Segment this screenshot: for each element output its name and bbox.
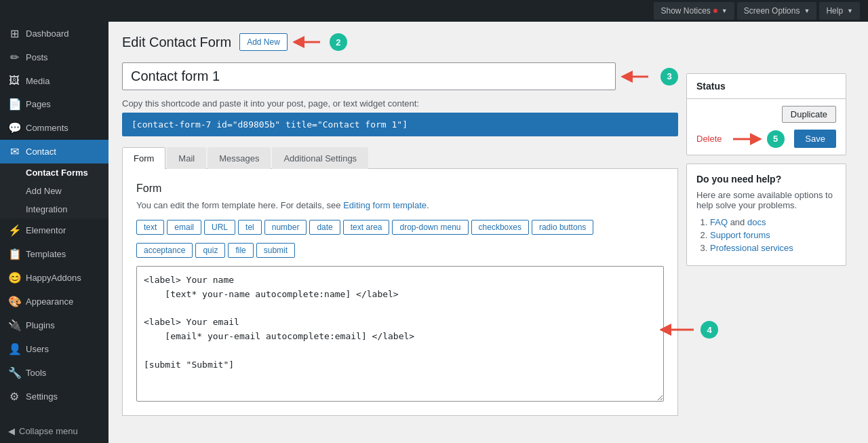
tag-btn-date[interactable]: date [309, 220, 340, 235]
tab-messages[interactable]: Messages [208, 147, 271, 169]
plugins-icon: 🔌 [8, 319, 20, 332]
sidebar-item-pages[interactable]: 📄 Pages [0, 92, 108, 116]
collapse-menu-button[interactable]: ◀ Collapse menu [0, 419, 108, 443]
sidebar-item-label: Tools [26, 368, 46, 378]
sidebar-item-elementor[interactable]: ⚡ Elementor [0, 218, 108, 242]
sidebar-item-users[interactable]: 👤 Users [0, 337, 108, 361]
tab-form-content: Form You can edit the form template here… [122, 169, 678, 416]
screen-options-label: Screen Options [744, 6, 800, 16]
top-bar: Show Notices ▼ Screen Options ▼ Help ▼ [0, 0, 868, 22]
sidebar-item-appearance[interactable]: 🎨 Appearance [0, 290, 108, 313]
settings-icon: ⚙ [8, 390, 20, 403]
tag-btn-checkboxes[interactable]: checkboxes [471, 220, 529, 235]
tag-btn-submit[interactable]: submit [256, 243, 295, 258]
sidebar-submenu-add-new[interactable]: Add New [0, 182, 108, 200]
tag-btn-quiz[interactable]: quiz [195, 243, 225, 258]
tag-btn-textarea[interactable]: text area [343, 220, 390, 235]
help-box-description: Here are some available options to help … [696, 190, 836, 210]
professional-services-link[interactable]: Professional services [710, 243, 793, 253]
arrow-5-svg [728, 131, 762, 147]
collapse-label: Collapse menu [19, 426, 78, 436]
tab-additional-settings[interactable]: Additional Settings [272, 147, 368, 169]
posts-icon: ✏ [8, 51, 20, 64]
form-name-input[interactable] [122, 62, 616, 90]
templates-icon: 📋 [8, 248, 20, 261]
sidebar-item-happyaddons[interactable]: 😊 HappyAddons [0, 266, 108, 290]
list-item: FAQ and docs [710, 217, 836, 227]
sidebar-item-settings[interactable]: ⚙ Settings [0, 385, 108, 408]
page-header: Edit Contact Form Add New 2 [122, 33, 854, 52]
pages-icon: 📄 [8, 98, 20, 111]
users-icon: 👤 [8, 343, 20, 355]
tag-btn-tel[interactable]: tel [238, 220, 262, 235]
help-box: Do you need help? Here are some availabl… [686, 163, 846, 266]
sidebar-item-plugins[interactable]: 🔌 Plugins [0, 313, 108, 337]
sidebar-item-label: Appearance [26, 296, 73, 307]
tag-btn-dropdown[interactable]: drop-down menu [392, 220, 468, 235]
tag-btn-text[interactable]: text [136, 220, 164, 235]
tag-btn-email[interactable]: email [167, 220, 201, 235]
annotation-circle-2: 2 [330, 33, 347, 51]
appearance-icon: 🎨 [8, 295, 20, 308]
contact-icon: ✉ [8, 145, 20, 158]
tag-btn-radio[interactable]: radio buttons [532, 220, 593, 235]
sidebar-item-label: Users [26, 344, 49, 354]
duplicate-button[interactable]: Duplicate [782, 106, 836, 123]
tag-btn-file[interactable]: file [228, 243, 253, 258]
delete-link[interactable]: Delete [696, 134, 722, 144]
page-title: Edit Contact Form [122, 35, 231, 50]
editing-template-link[interactable]: Editing form template [343, 200, 427, 210]
sidebar-item-comments[interactable]: 💬 Comments [0, 116, 108, 140]
arrow-2-svg [293, 33, 327, 52]
elementor-icon: ⚡ [8, 224, 20, 237]
arrow-3-svg [621, 67, 655, 86]
form-code-editor[interactable] [136, 266, 664, 402]
status-box-title: Status [687, 74, 846, 99]
support-forums-link[interactable]: Support forums [710, 230, 770, 240]
right-sidebar: Status Duplicate Delete [678, 62, 854, 416]
contact-submenu: Contact Forms Add New Integration [0, 163, 108, 218]
save-button[interactable]: Save [794, 130, 836, 148]
annotation-circle-3: 3 [660, 68, 678, 85]
tab-form[interactable]: Form [122, 147, 165, 169]
help-button[interactable]: Help ▼ [819, 2, 860, 20]
shortcode-box[interactable]: [contact-form-7 id="d89805b" title="Cont… [122, 113, 678, 136]
sidebar-item-tools[interactable]: 🔧 Tools [0, 361, 108, 385]
status-box-body: Duplicate Delete 5 [687, 99, 846, 155]
annotation-circle-5: 5 [767, 130, 785, 148]
sidebar-item-label: Media [26, 76, 50, 86]
help-box-title: Do you need help? [696, 174, 836, 185]
form-description: You can edit the form template here. For… [136, 200, 664, 210]
sidebar-item-media[interactable]: 🖼 Media [0, 69, 108, 92]
sidebar-item-posts[interactable]: ✏ Posts [0, 45, 108, 69]
media-icon: 🖼 [8, 75, 20, 87]
show-notices-label: Show Notices [660, 6, 710, 16]
screen-options-chevron: ▼ [804, 7, 810, 14]
sidebar-submenu-integration[interactable]: Integration [0, 200, 108, 218]
tag-btn-url[interactable]: URL [204, 220, 235, 235]
tag-btn-number[interactable]: number [264, 220, 307, 235]
sidebar-item-dashboard[interactable]: ⊞ Dashboard [0, 22, 108, 45]
tab-mail[interactable]: Mail [167, 147, 206, 169]
docs-link[interactable]: docs [747, 217, 766, 227]
tabs-nav: Form Mail Messages Additional Settings [122, 147, 678, 169]
sidebar-item-templates[interactable]: 📋 Templates [0, 242, 108, 266]
comments-icon: 💬 [8, 121, 20, 134]
tools-icon: 🔧 [8, 366, 20, 379]
tag-btn-acceptance[interactable]: acceptance [136, 243, 193, 258]
show-notices-button[interactable]: Show Notices ▼ [654, 2, 734, 20]
faq-link[interactable]: FAQ [710, 217, 728, 227]
notices-chevron: ▼ [722, 7, 728, 14]
screen-options-button[interactable]: Screen Options ▼ [737, 2, 817, 20]
sidebar-item-contact[interactable]: ✉ Contact [0, 140, 108, 163]
sidebar-submenu-contact-forms[interactable]: Contact Forms [0, 163, 108, 182]
arrow-4-svg [660, 320, 701, 339]
tag-buttons-row2: acceptance quiz file submit [136, 243, 664, 258]
sidebar-item-label: Settings [26, 391, 58, 402]
sidebar-item-label: Dashboard [26, 28, 69, 39]
sidebar-item-label: Pages [26, 99, 51, 109]
status-box: Status Duplicate Delete [686, 73, 846, 155]
list-item: Professional services [710, 243, 836, 253]
add-new-button[interactable]: Add New [239, 33, 288, 51]
happyaddons-icon: 😊 [8, 271, 20, 284]
